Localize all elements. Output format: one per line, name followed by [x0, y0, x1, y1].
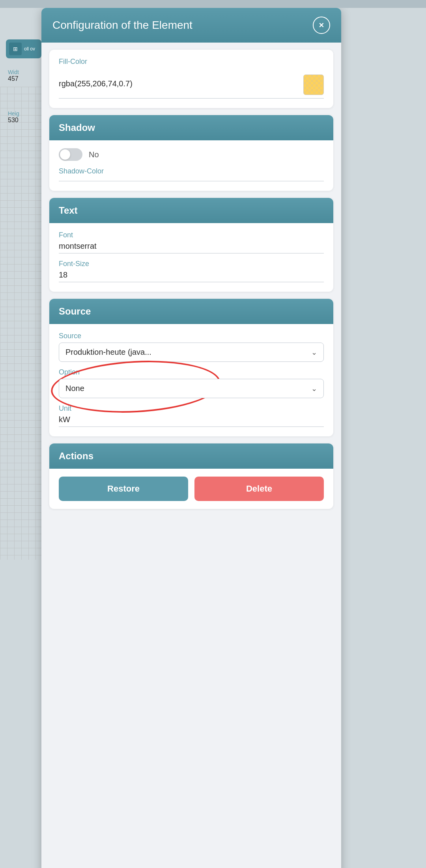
unit-label: Unit — [59, 404, 324, 413]
font-size-label: Font-Size — [59, 260, 324, 268]
fill-color-body: Fill-Color rgba(255,206,74,0.7) — [49, 50, 333, 108]
option-field: Option None ⌄ — [59, 368, 324, 398]
shadow-body: No Shadow-Color — [49, 140, 333, 191]
shadow-header: Shadow — [49, 115, 333, 140]
height-label: Heig — [8, 110, 19, 117]
text-title: Text — [59, 205, 78, 216]
source-section: Source Source Produktion-heute (java... … — [49, 299, 333, 436]
app-background: ⊞ oll ov Widt 457 Heig 530 Configuration… — [0, 8, 426, 868]
text-header: Text — [49, 198, 333, 223]
unit-field: Unit kW — [59, 404, 324, 427]
shadow-toggle-row: No — [59, 148, 324, 161]
fill-color-row: rgba(255,206,74,0.7) — [59, 75, 324, 99]
actions-title: Actions — [59, 451, 93, 461]
actions-buttons: Restore Delete — [49, 469, 333, 509]
close-button[interactable]: × — [313, 17, 330, 34]
fill-color-label: Fill-Color — [59, 58, 324, 66]
source-chevron-icon: ⌄ — [311, 348, 317, 357]
height-value: 530 — [8, 117, 19, 124]
option-chevron-icon: ⌄ — [311, 384, 317, 393]
actions-section: Actions Restore Delete — [49, 443, 333, 509]
shadow-color-label: Shadow-Color — [59, 167, 324, 175]
option-dropdown-value: None — [65, 384, 84, 393]
font-field: Font montserrat — [59, 231, 324, 253]
height-block: Heig 530 — [8, 110, 19, 124]
text-section: Text Font montserrat Font-Size 18 — [49, 198, 333, 292]
toggle-knob — [60, 149, 70, 160]
shadow-section: Shadow No Shadow-Color — [49, 115, 333, 191]
dialog: Configuration of the Element × Fill-Colo… — [41, 8, 341, 868]
shadow-title: Shadow — [59, 122, 95, 133]
dialog-body: Fill-Color rgba(255,206,74,0.7) Shadow — [41, 43, 341, 868]
width-label: Widt — [8, 69, 19, 75]
option-label: Option — [59, 368, 324, 376]
widget-label: oll ov — [24, 46, 35, 52]
unit-value: kW — [59, 415, 324, 427]
font-label: Font — [59, 231, 324, 239]
dialog-title: Configuration of the Element — [52, 19, 192, 32]
option-dropdown[interactable]: None ⌄ — [59, 379, 324, 398]
shadow-color-line — [59, 178, 324, 181]
source-label: Source — [59, 332, 324, 340]
source-field: Source Produktion-heute (java... ⌄ — [59, 332, 324, 362]
source-body: Source Produktion-heute (java... ⌄ Optio… — [49, 324, 333, 436]
shadow-color-field: Shadow-Color — [59, 167, 324, 181]
app-widget: ⊞ oll ov — [6, 39, 41, 58]
delete-button[interactable]: Delete — [194, 477, 324, 501]
fill-color-section: Fill-Color rgba(255,206,74,0.7) — [49, 50, 333, 108]
font-size-field: Font-Size 18 — [59, 260, 324, 282]
shadow-toggle[interactable] — [59, 148, 82, 161]
fill-color-value: rgba(255,206,74,0.7) — [59, 79, 298, 91]
source-header: Source — [49, 299, 333, 324]
font-value: montserrat — [59, 242, 324, 253]
font-size-value: 18 — [59, 270, 324, 282]
width-block: Widt 457 — [8, 69, 19, 82]
dialog-header: Configuration of the Element × — [41, 8, 341, 43]
grid-overlay — [0, 87, 43, 560]
widget-icon: ⊞ — [9, 43, 22, 55]
restore-button[interactable]: Restore — [59, 477, 188, 501]
actions-header: Actions — [49, 443, 333, 469]
color-swatch[interactable] — [303, 75, 324, 95]
source-dropdown-value: Produktion-heute (java... — [65, 348, 151, 357]
text-body: Font montserrat Font-Size 18 — [49, 223, 333, 292]
source-dropdown[interactable]: Produktion-heute (java... ⌄ — [59, 343, 324, 362]
width-value: 457 — [8, 75, 19, 82]
source-title: Source — [59, 306, 91, 317]
toggle-no-label: No — [89, 150, 99, 159]
